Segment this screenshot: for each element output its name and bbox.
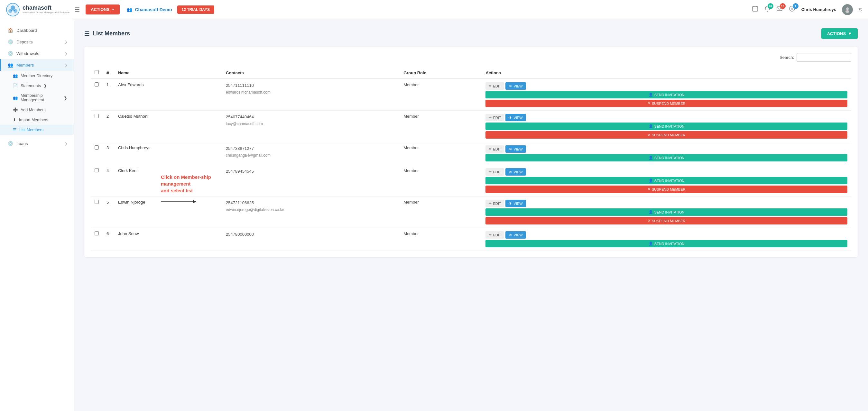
suspend-member-button[interactable]: ✕ SUSPEND MEMBER: [486, 100, 847, 107]
sidebar-item-members[interactable]: 👥 Members ❯: [0, 59, 74, 71]
sidebar-item-membership-management[interactable]: 👥 Membership Management ❯: [0, 91, 74, 105]
logo-area: chamasoft Investment Group Management So…: [6, 3, 70, 17]
edit-button[interactable]: ✏ EDIT: [486, 145, 504, 153]
hamburger-icon[interactable]: ☰: [75, 6, 80, 13]
sidebar-item-member-directory[interactable]: 👥 Member Directory: [0, 71, 74, 81]
user-name: Chris Humphreys: [801, 7, 836, 12]
row-checkbox[interactable]: [95, 168, 99, 172]
edit-button[interactable]: ✏ EDIT: [486, 168, 504, 176]
row-contacts: 254711111110edwards@chamasoft.com: [222, 79, 400, 110]
svg-point-10: [767, 11, 768, 12]
notifications-icon[interactable]: 20: [764, 5, 771, 13]
send-invitation-button[interactable]: 👤 SEND INVITATION: [486, 177, 847, 184]
view-button[interactable]: 👁 VIEW: [505, 82, 526, 90]
row-checkbox[interactable]: [95, 82, 99, 87]
row-role: Member: [400, 142, 482, 165]
sidebar-label-add-members: Add Members: [21, 108, 46, 112]
calendar-icon[interactable]: [752, 5, 758, 13]
sidebar-label-membership-management: Membership Management: [21, 93, 61, 102]
actions-top-button[interactable]: ACTIONS ▼: [822, 28, 858, 39]
members-tbody: 1 Alex Edwards 254711111110edwards@chama…: [91, 79, 851, 251]
edit-button[interactable]: ✏ EDIT: [486, 231, 504, 239]
svg-rect-6: [752, 6, 758, 11]
row-checkbox[interactable]: [95, 200, 99, 204]
row-name: Clerk Kent: [114, 165, 222, 196]
logout-icon[interactable]: ⎋: [859, 6, 862, 13]
payments-badge: 1: [793, 3, 799, 9]
members-icon: 👥: [7, 62, 13, 67]
view-button[interactable]: 👁 VIEW: [505, 200, 526, 207]
payments-icon[interactable]: $ 1: [788, 5, 796, 13]
trial-badge[interactable]: 12 TRIAL DAYS: [177, 5, 214, 14]
send-invitation-button[interactable]: 👤 SEND INVITATION: [486, 91, 847, 98]
edit-button[interactable]: ✏ EDIT: [486, 200, 504, 207]
membership-management-icon: 👥: [13, 96, 18, 100]
sidebar-item-add-members[interactable]: ➕ Add Members: [0, 105, 74, 115]
row-checkbox[interactable]: [95, 231, 99, 235]
row-name: Chris Humphreys: [114, 142, 222, 165]
view-button[interactable]: 👁 VIEW: [505, 231, 526, 239]
view-button[interactable]: 👁 VIEW: [505, 145, 526, 153]
action-buttons: ✏ EDIT 👁 VIEW 👤 SEND INVITATION ✕ SUSPEN…: [486, 168, 847, 193]
row-checkbox[interactable]: [95, 114, 99, 118]
members-submenu: 👥 Member Directory 📄 Statements ❯ 👥 Memb…: [0, 71, 74, 135]
row-name: Alex Edwards: [114, 79, 222, 110]
suspend-member-button[interactable]: ✕ SUSPEND MEMBER: [486, 217, 847, 224]
pencil-icon: ✏: [489, 233, 492, 237]
group-icon: 👥: [127, 7, 132, 12]
sidebar-item-loans[interactable]: 💿 Loans ❯: [0, 138, 74, 149]
pencil-icon: ✏: [489, 201, 492, 205]
table-header: # Name Contacts Group Role Actions: [91, 67, 851, 79]
edit-button[interactable]: ✏ EDIT: [486, 114, 504, 121]
row-num: 6: [103, 228, 114, 251]
eye-icon: 👁: [509, 170, 512, 174]
table-row: 4 Clerk Kent 254789454545 Member ✏ EDIT …: [91, 165, 851, 196]
messages-icon[interactable]: 10: [776, 5, 783, 13]
row-role: Member: [400, 110, 482, 142]
user-icon: 👤: [649, 93, 653, 97]
view-button[interactable]: 👁 VIEW: [505, 114, 526, 121]
send-invitation-button[interactable]: 👤 SEND INVITATION: [486, 154, 847, 161]
x-icon: ✕: [648, 101, 651, 105]
col-actions: Actions: [482, 67, 851, 79]
send-invitation-button[interactable]: 👤 SEND INVITATION: [486, 240, 847, 247]
messages-badge: 10: [780, 3, 786, 9]
sidebar-item-deposits[interactable]: 💿 Deposits ❯: [0, 36, 74, 48]
row-num: 4: [103, 165, 114, 196]
user-icon: 👤: [649, 210, 653, 214]
row-contacts: 254780000000: [222, 228, 400, 251]
action-buttons: ✏ EDIT 👁 VIEW 👤 SEND INVITATION: [486, 145, 847, 161]
search-input[interactable]: [797, 53, 851, 62]
sidebar-item-withdrawals[interactable]: 💿 Withdrawals ❯: [0, 48, 74, 59]
chevron-right-icon-4: ❯: [43, 83, 47, 88]
sidebar-item-statements[interactable]: 📄 Statements ❯: [0, 81, 74, 91]
user-icon: 👤: [649, 242, 653, 246]
x-icon: ✕: [648, 219, 651, 223]
page-title: ☰ List Members: [84, 30, 130, 37]
pencil-icon: ✏: [489, 170, 492, 174]
sidebar-item-dashboard[interactable]: 🏠 Dashboard: [0, 25, 74, 36]
edit-button[interactable]: ✏ EDIT: [486, 82, 504, 90]
send-invitation-button[interactable]: 👤 SEND INVITATION: [486, 209, 847, 216]
row-checkbox[interactable]: [95, 145, 99, 150]
select-all-checkbox[interactable]: [95, 70, 99, 74]
eye-icon: 👁: [509, 233, 512, 237]
sidebar-item-list-members[interactable]: ☰ List Members: [0, 125, 74, 135]
table-container: Search: # Name Contacts Group Role Actio…: [84, 46, 858, 257]
sidebar-item-import-members[interactable]: ⬆ Import Members: [0, 115, 74, 125]
eye-icon: 👁: [509, 147, 512, 151]
row-actions: ✏ EDIT 👁 VIEW 👤 SEND INVITATION: [482, 228, 851, 251]
view-button[interactable]: 👁 VIEW: [505, 168, 526, 176]
members-table: # Name Contacts Group Role Actions 1 Ale…: [91, 67, 851, 251]
search-label: Search:: [779, 55, 794, 60]
eye-icon: 👁: [509, 202, 512, 205]
row-num: 2: [103, 110, 114, 142]
row-num: 3: [103, 142, 114, 165]
header-actions-button[interactable]: ACTIONS ▼: [86, 4, 120, 14]
main-content: ☰ List Members ACTIONS ▼ Search: # Name: [74, 19, 868, 411]
suspend-member-button[interactable]: ✕ SUSPEND MEMBER: [486, 131, 847, 138]
user-icon: 👤: [649, 156, 653, 160]
send-invitation-button[interactable]: 👤 SEND INVITATION: [486, 123, 847, 130]
suspend-member-button[interactable]: ✕ SUSPEND MEMBER: [486, 186, 847, 193]
sidebar-label-statements: Statements: [21, 84, 41, 88]
